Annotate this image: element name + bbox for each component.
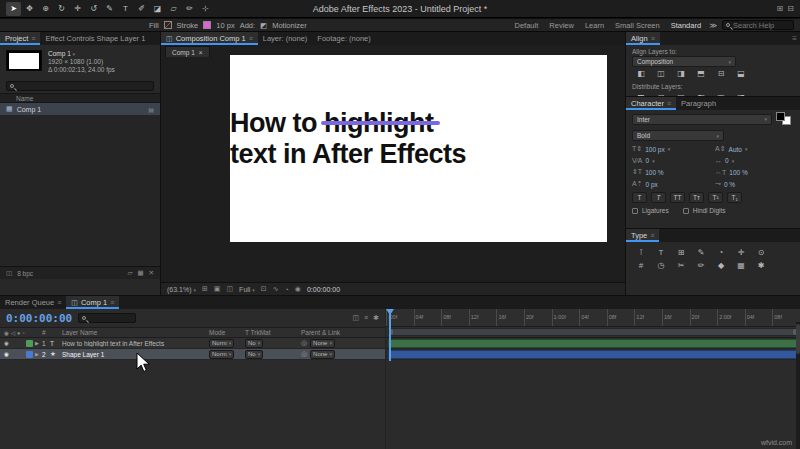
layer-2-duration-bar[interactable]: [388, 350, 798, 359]
align-bottom-icon[interactable]: ⬓: [734, 69, 748, 78]
roto-brush-tool-icon[interactable]: ✏: [182, 2, 197, 16]
distribute-bottom-icon[interactable]: ⬓: [674, 93, 688, 96]
fill-color-swatch[interactable]: [164, 21, 172, 29]
expand-arrow-icon[interactable]: ▶: [35, 340, 39, 346]
tab-footage[interactable]: Footage: (none): [312, 32, 375, 45]
pan-camera-tool-icon[interactable]: ✛: [70, 2, 85, 16]
label-color-chip[interactable]: [26, 340, 33, 347]
parent-dropdown[interactable]: None▾: [310, 339, 335, 348]
font-size-value[interactable]: 100 px: [645, 146, 665, 153]
close-icon[interactable]: ×: [199, 49, 203, 56]
type-panel-tool-icon[interactable]: ✎: [694, 248, 708, 257]
align-layers-to-dropdown[interactable]: Composition ▾: [632, 56, 736, 67]
pick-whip-icon[interactable]: ◎: [301, 339, 307, 347]
baseline-shift-control[interactable]: A⇡0 px: [632, 180, 711, 188]
faux-bold-button[interactable]: T: [632, 192, 647, 203]
timeline-scrollbar[interactable]: [796, 322, 800, 449]
hindi-digits-checkbox[interactable]: [683, 208, 689, 214]
leading-value[interactable]: Auto: [729, 146, 742, 153]
transparency-grid-icon[interactable]: ⊡: [261, 285, 267, 293]
type-tool-icon[interactable]: T: [118, 2, 133, 16]
subscript-button[interactable]: T₁: [727, 192, 742, 203]
font-size-control[interactable]: T⇕100 px▾: [632, 145, 711, 153]
ligatures-checkbox[interactable]: [632, 208, 638, 214]
small-caps-button[interactable]: Tт: [689, 192, 704, 203]
snapshot-camera-icon[interactable]: ◉: [295, 285, 301, 293]
vertical-scale-value[interactable]: 100 %: [645, 169, 663, 176]
distribute-v-center-icon[interactable]: ⊟: [654, 93, 668, 96]
tab-effect-controls[interactable]: Effect Controls Shape Layer 1: [40, 32, 150, 45]
orbit-camera-tool-icon[interactable]: ↻: [54, 2, 69, 16]
align-h-center-icon[interactable]: ◫: [654, 69, 668, 78]
trkmat-column-header[interactable]: T TrkMat: [245, 329, 277, 336]
zoom-tool-icon[interactable]: ⊕: [38, 2, 53, 16]
trkmat-dropdown[interactable]: No▾: [245, 339, 263, 348]
viewer-tab-comp1[interactable]: Comp 1 ×: [165, 46, 210, 57]
tab-timeline-comp1[interactable]: ◫ Comp 1 ≡: [66, 296, 119, 309]
new-folder-icon[interactable]: ▱: [127, 269, 132, 277]
tracking-control[interactable]: ↔0▾: [715, 157, 794, 164]
layer-1-name[interactable]: How to highlight text in After Effects: [62, 340, 209, 347]
layer-name-column-header[interactable]: Layer Name: [62, 329, 209, 336]
trkmat-dropdown[interactable]: No▾: [245, 350, 263, 359]
puppet-pin-tool-icon[interactable]: ⊹: [198, 2, 213, 16]
type-panel-tool-icon[interactable]: ⊞: [674, 248, 688, 257]
timeline-search-input[interactable]: [78, 313, 136, 323]
workspace-review[interactable]: Review: [546, 21, 577, 30]
pen-tool-icon[interactable]: ✎: [102, 2, 117, 16]
tab-align[interactable]: Align ≡: [626, 32, 660, 45]
layer-row-1[interactable]: ◉ ▶ 1 T How to highlight text in After E…: [0, 338, 385, 349]
fast-previews-icon[interactable]: ◔: [285, 286, 289, 293]
text-color-chips[interactable]: [776, 112, 794, 126]
selected-item-name[interactable]: Comp 1 ▾: [48, 50, 115, 58]
preview-timecode[interactable]: 0:00:00:00: [307, 286, 340, 293]
horizontal-scale-value[interactable]: 100 %: [729, 169, 747, 176]
help-search-input[interactable]: Search Help: [722, 20, 794, 30]
tab-render-queue[interactable]: Render Queue ≡: [0, 296, 66, 309]
panel-menu-icon[interactable]: ≡: [110, 299, 114, 306]
kerning-value[interactable]: 0: [646, 157, 650, 164]
playhead-handle[interactable]: [386, 309, 394, 315]
panel-menu-icon[interactable]: ≡: [789, 32, 800, 45]
brush-tool-icon[interactable]: ✐: [134, 2, 149, 16]
superscript-button[interactable]: T¹: [708, 192, 723, 203]
tracking-value[interactable]: 0: [725, 157, 729, 164]
type-panel-tool-icon[interactable]: ✱: [754, 261, 768, 270]
type-panel-tool-icon[interactable]: ◆: [714, 261, 728, 270]
tab-composition[interactable]: ◫ Composition Comp 1 ≡: [161, 32, 258, 45]
workspace-standard[interactable]: Standard: [668, 21, 704, 30]
workspace-grid-icon[interactable]: ⊞: [777, 4, 784, 13]
hand-tool-icon[interactable]: ✥: [22, 2, 37, 16]
name-column-header[interactable]: Name: [16, 95, 33, 102]
workspace-learn[interactable]: Learn: [582, 21, 607, 30]
distribute-top-icon[interactable]: ⬒: [634, 93, 648, 96]
pick-whip-icon[interactable]: ◎: [301, 350, 307, 358]
panel-menu-icon[interactable]: ≡: [650, 232, 654, 239]
stroke-width-value[interactable]: 10 px: [216, 21, 234, 30]
parent-dropdown[interactable]: None▾: [310, 350, 335, 359]
align-right-icon[interactable]: ◨: [674, 69, 688, 78]
kerning-control[interactable]: V⁄A0▾: [632, 157, 711, 164]
new-composition-icon[interactable]: ▦: [137, 269, 143, 277]
panel-layout-icon[interactable]: ⊟: [787, 4, 794, 13]
fill-color-chip[interactable]: [776, 112, 785, 121]
expand-arrow-icon[interactable]: ▶: [35, 351, 39, 357]
mask-visibility-icon[interactable]: ▣: [214, 285, 221, 293]
tab-paragraph[interactable]: Paragraph: [676, 97, 721, 110]
type-panel-tool-icon[interactable]: ◷: [654, 261, 668, 270]
layer-1-duration-bar[interactable]: [388, 339, 798, 348]
label-color-chip[interactable]: [26, 351, 33, 358]
playhead[interactable]: [389, 309, 391, 361]
time-ruler[interactable]: :00f 04f 08f 12f 16f 20f 1:00f 04f 08f 1…: [386, 309, 800, 327]
timeline-settings-icon[interactable]: ✱: [373, 314, 379, 322]
type-panel-tool-icon[interactable]: #: [634, 261, 648, 270]
interpret-footage-icon[interactable]: ◫: [6, 269, 12, 277]
panel-menu-icon[interactable]: ≡: [667, 100, 671, 107]
work-area-bar[interactable]: [388, 328, 798, 336]
panel-menu-icon[interactable]: ≡: [249, 35, 253, 42]
type-panel-tool-icon[interactable]: ✂: [674, 261, 688, 270]
timeline-draft-icon[interactable]: ≡: [364, 314, 368, 322]
stroke-color-swatch[interactable]: [203, 21, 211, 29]
exposure-icon[interactable]: ∿: [273, 285, 279, 293]
type-panel-tool-icon[interactable]: ⊺: [634, 248, 648, 257]
